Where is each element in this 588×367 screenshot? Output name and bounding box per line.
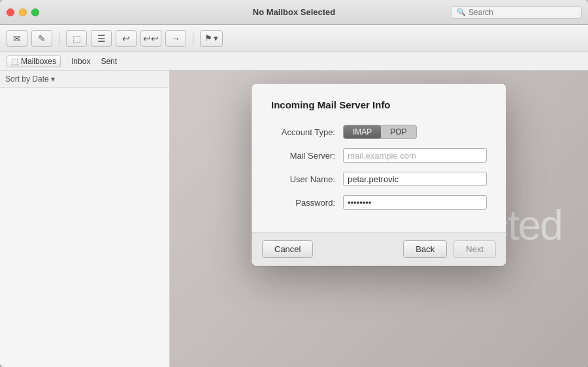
get-mail-button[interactable]: ✉ (7, 30, 27, 47)
forward-button[interactable]: → (165, 30, 186, 47)
main-window: No Mailbox Selected 🔍 ✉ ✎ ⬚ ☰ ↩ ↩↩ → (0, 0, 588, 367)
main-content: Sort by Date ▾ elected Incoming Mail Ser… (0, 71, 588, 367)
search-box[interactable]: 🔍 (451, 6, 581, 19)
mail-server-input[interactable] (343, 148, 487, 163)
account-type-row: Account Type: IMAP POP (271, 125, 487, 139)
reply-all-icon: ↩↩ (143, 33, 159, 44)
back-button[interactable]: Back (403, 240, 447, 258)
mailboxes-label: Mailboxes (21, 57, 56, 66)
subtoolbar: ⬚ Mailboxes Inbox Sent (0, 52, 588, 71)
close-button[interactable] (7, 8, 14, 16)
mail-icon: ✉ (13, 33, 21, 44)
mail-server-control (343, 148, 487, 163)
reply-icon: ↩ (122, 33, 130, 44)
modal-overlay: Incoming Mail Server Info Account Type: … (170, 71, 588, 367)
flag-button[interactable]: ⚑ ▾ (200, 30, 223, 47)
user-name-label: User Name: (271, 174, 343, 184)
sort-label: Sort by Date ▾ (5, 74, 55, 84)
account-type-toggle[interactable]: IMAP POP (343, 125, 417, 139)
account-type-control: IMAP POP (343, 125, 487, 139)
sort-bar[interactable]: Sort by Date ▾ (0, 71, 169, 88)
separator-1 (59, 32, 59, 45)
user-name-control (343, 172, 487, 186)
trash-icon: ⬚ (73, 33, 81, 44)
password-control (343, 195, 487, 210)
mailboxes-button[interactable]: ⬚ Mailboxes (7, 56, 61, 67)
user-name-input[interactable] (343, 172, 487, 186)
next-button[interactable]: Next (453, 240, 496, 258)
footer-right: Back Next (403, 240, 496, 258)
pop-button[interactable]: POP (381, 125, 416, 138)
reply-button[interactable]: ↩ (116, 30, 137, 47)
mail-server-label: Mail Server: (271, 151, 343, 161)
flag-dropdown-icon: ▾ (214, 33, 218, 43)
account-type-label: Account Type: (271, 127, 343, 137)
dialog-content: Incoming Mail Server Info Account Type: … (252, 84, 506, 232)
flag-icon: ⚑ (204, 33, 212, 43)
maximize-button[interactable] (31, 8, 39, 16)
compose-button[interactable]: ✎ (31, 30, 52, 47)
delete-button[interactable]: ⬚ (66, 30, 87, 47)
archive-icon: ☰ (97, 33, 106, 44)
imap-button[interactable]: IMAP (344, 125, 381, 138)
window-title: No Mailbox Selected (253, 7, 335, 17)
sent-tab[interactable]: Sent (101, 57, 117, 66)
toolbar: ✉ ✎ ⬚ ☰ ↩ ↩↩ → ⚑ ▾ (0, 25, 588, 52)
password-input[interactable] (343, 195, 487, 210)
mailboxes-icon: ⬚ (11, 57, 18, 66)
forward-icon: → (171, 33, 180, 44)
traffic-lights (7, 8, 39, 16)
password-label: Password: (271, 198, 343, 208)
search-icon: 🔍 (457, 8, 466, 16)
minimize-button[interactable] (19, 8, 27, 16)
reply-all-button[interactable]: ↩↩ (140, 30, 161, 47)
user-name-row: User Name: (271, 172, 487, 186)
mail-server-row: Mail Server: (271, 148, 487, 163)
password-row: Password: (271, 195, 487, 210)
compose-icon: ✎ (38, 33, 46, 44)
separator-2 (193, 32, 193, 45)
incoming-mail-dialog: Incoming Mail Server Info Account Type: … (252, 84, 506, 266)
inbox-tab[interactable]: Inbox (71, 57, 90, 66)
dialog-footer: Cancel Back Next (252, 232, 506, 266)
cancel-button[interactable]: Cancel (262, 240, 313, 258)
content-area: elected Incoming Mail Server Info Accoun… (170, 71, 588, 367)
titlebar: No Mailbox Selected 🔍 (0, 0, 588, 25)
archive-button[interactable]: ☰ (91, 30, 112, 47)
dialog-title: Incoming Mail Server Info (271, 99, 487, 110)
search-input[interactable] (468, 8, 576, 17)
sidebar: Sort by Date ▾ (0, 71, 170, 367)
